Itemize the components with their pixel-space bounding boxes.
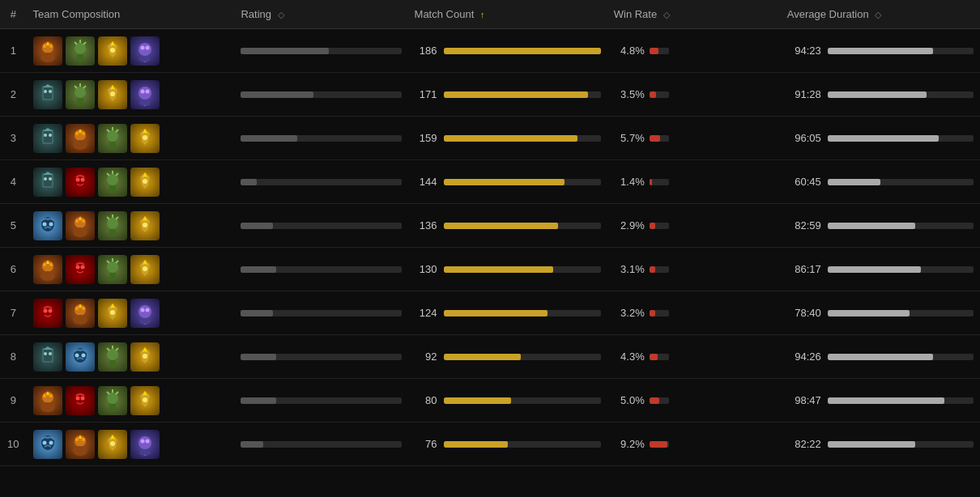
duration-cell: 94:26	[781, 335, 980, 379]
col-header-duration[interactable]: Average Duration ◇	[781, 0, 980, 29]
svg-point-2	[43, 45, 46, 48]
hero-icon-4	[130, 342, 160, 372]
hero-icon-3	[98, 168, 127, 197]
duration-cell: 60:45	[781, 160, 980, 204]
duration-bar-track	[828, 397, 974, 404]
svg-line-130	[116, 348, 118, 350]
svg-point-122	[49, 352, 52, 355]
svg-point-163	[140, 439, 144, 443]
duration-bar-container: 98:47	[787, 394, 974, 406]
col-header-match[interactable]: Match Count ↑	[408, 0, 607, 29]
match-count-cell: 80	[408, 379, 607, 423]
table-row[interactable]: 7 124 3.2% 78:40	[0, 291, 980, 335]
svg-point-22	[49, 90, 52, 93]
duration-value: 91:28	[787, 88, 821, 100]
hero-icon-4	[130, 430, 160, 459]
match-bar-container: 171	[415, 88, 601, 100]
svg-point-113	[138, 305, 151, 318]
hero-icon-2	[66, 299, 95, 328]
svg-point-149	[143, 397, 147, 402]
winrate-container: 4.8%	[614, 45, 774, 57]
svg-point-60	[75, 177, 79, 181]
winrate-bar-track	[650, 310, 669, 316]
match-bar-fill	[444, 179, 565, 185]
col-header-winrate[interactable]: Win Rate ◇	[607, 0, 781, 29]
svg-rect-24	[77, 98, 83, 104]
duration-bar-track	[828, 179, 974, 185]
match-count-cell: 130	[408, 248, 607, 291]
match-count-cell: 186	[408, 29, 607, 73]
duration-bar-track	[828, 91, 974, 98]
match-bar-fill	[444, 354, 521, 360]
duration-bar-track	[828, 441, 974, 448]
duration-sort-icon: ◇	[875, 10, 881, 20]
table-row[interactable]: 5 136 2.9% 82:59	[0, 204, 980, 248]
winrate-bar-fill	[650, 397, 659, 404]
table-row[interactable]: 10 76 9.2% 82:22	[0, 423, 980, 466]
duration-cell: 98:47	[781, 379, 980, 423]
rating-bar-fill	[241, 223, 273, 229]
match-bar-track	[444, 310, 601, 316]
table-row[interactable]: 8 92 4.3% 94:26	[0, 335, 980, 379]
rating-cell	[234, 160, 407, 204]
hero-icon-3	[98, 430, 127, 459]
table-row[interactable]: 2 171 3.5% 91:28	[0, 73, 980, 117]
rank-cell: 1	[0, 29, 27, 73]
svg-point-39	[44, 134, 47, 137]
duration-cell: 82:22	[781, 423, 980, 466]
table-row[interactable]: 3 159 5.7% 96:05	[0, 117, 980, 160]
hero-icon-2	[66, 255, 95, 284]
col-header-rating[interactable]: Rating ◇	[234, 0, 407, 29]
rating-bar-fill	[241, 397, 276, 404]
table-row[interactable]: 6 130 3.1% 86:17	[0, 248, 980, 291]
rating-bar-container	[241, 441, 401, 448]
hero-icon-3	[98, 299, 127, 328]
winrate-container: 4.3%	[614, 350, 774, 363]
winrate-container: 3.2%	[614, 307, 774, 319]
hero-icon-1	[33, 299, 62, 328]
winrate-bar-track	[650, 354, 669, 360]
svg-line-49	[107, 130, 109, 132]
team-cell	[27, 423, 235, 466]
match-bar-fill	[444, 441, 509, 448]
match-bar-container: 92	[415, 350, 601, 363]
rating-cell	[234, 291, 407, 335]
svg-point-89	[49, 263, 53, 266]
match-bar-track	[444, 48, 601, 54]
rating-bar-fill	[241, 135, 296, 142]
win-rate-cell: 3.1%	[607, 248, 781, 291]
svg-point-43	[75, 132, 79, 135]
svg-point-74	[73, 227, 87, 237]
hero-icon-4	[130, 386, 160, 415]
svg-point-104	[48, 308, 52, 312]
rating-bar-container	[241, 223, 401, 229]
table-row[interactable]: 1 186 4.8% 94:23	[0, 29, 980, 73]
rank-cell: 9	[0, 379, 27, 423]
duration-bar-fill	[828, 310, 910, 316]
winrate-bar-fill	[650, 223, 655, 229]
svg-point-15	[140, 45, 144, 49]
hero-icon-3	[98, 124, 127, 153]
hero-icon-2	[66, 211, 95, 240]
rating-bar-track	[241, 354, 401, 360]
table-row[interactable]: 9 80 5.0% 98:47	[0, 379, 980, 423]
duration-bar-track	[828, 135, 974, 142]
svg-point-133	[143, 354, 147, 359]
rank-cell: 5	[0, 204, 27, 248]
duration-bar-container: 78:40	[787, 307, 974, 319]
rating-cell	[234, 117, 407, 160]
svg-line-66	[116, 173, 118, 176]
svg-point-140	[75, 396, 79, 400]
hero-icon-3	[98, 211, 127, 240]
svg-line-50	[116, 130, 118, 132]
table-row[interactable]: 4 144 1.4% 60:45	[0, 160, 980, 204]
winrate-bar-fill	[650, 266, 655, 273]
team-cell	[27, 160, 235, 204]
svg-point-160	[110, 441, 115, 446]
svg-point-101	[143, 266, 147, 271]
hero-icon-3	[98, 255, 127, 284]
winrate-bar-track	[650, 223, 669, 229]
winrate-bar-fill	[650, 179, 652, 185]
winrate-bar-track	[650, 48, 669, 54]
svg-point-12	[110, 48, 115, 53]
